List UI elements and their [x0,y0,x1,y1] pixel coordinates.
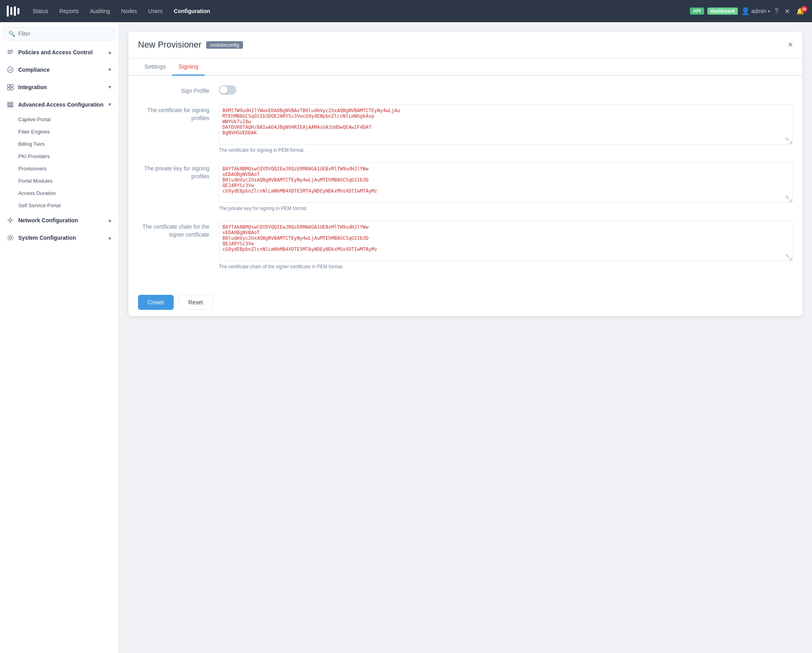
svg-rect-4 [8,84,10,87]
admin-label: admin [751,8,766,14]
sidebar-item-policies[interactable]: Policies and Access Control ▲ [0,44,119,61]
private-key-hint: The private key for signing in PEM forma… [219,206,793,211]
cert-chain-label: The certificate chain for thesigner cert… [138,221,209,239]
cert-chain-textarea[interactable]: BAYTAkNBMQswCQYDVQQIEwJRQzERMA8GA1UEBxMl… [219,221,793,261]
advanced-chevron: ▼ [107,102,112,107]
sidebar-item-compliance[interactable]: Compliance ▼ [0,61,119,78]
svg-rect-1 [8,52,13,52]
toggle-knob [220,86,228,94]
sidebar-item-policies-left: Policies and Access Control [6,48,93,56]
sidebar-sub-billing-tiers[interactable]: Billing Tiers [18,138,119,150]
sidebar-item-compliance-label: Compliance [18,67,50,73]
private-key-control: BAYTAkNBMQswCQYDVQQIEwJRQzERMA8GA1UEBxMl… [219,162,793,211]
svg-rect-10 [8,106,13,107]
tab-signing[interactable]: Signing [172,58,205,76]
nav-auditing[interactable]: Auditing [85,8,115,14]
svg-point-12 [9,237,11,239]
main-layout: 🔍 Policies and Access Control ▲ [0,22,812,653]
private-key-edit-icon: ✎ [785,195,790,201]
logo [6,6,20,17]
sidebar-sub-portal-modules[interactable]: Portal Modules [18,175,119,187]
action-buttons: Create Reset [128,288,802,316]
textarea-edit-icon: ✎ [785,136,790,143]
network-chevron: ▲ [107,218,112,223]
svg-rect-2 [8,53,11,54]
policies-icon [6,48,14,56]
dashboard-badge[interactable]: dashboard [707,8,738,15]
nav-nodes[interactable]: Nodes [116,8,142,14]
sidebar: 🔍 Policies and Access Control ▲ [0,22,119,653]
sidebar-item-integration-left: Integration [6,83,47,91]
tab-bar: Settings Signing [128,58,802,76]
logo-bar-2 [10,7,12,15]
advanced-sub-menu: Captive Portal Filter Engines Billing Ti… [0,113,119,212]
cert-chain-edit-icon: ✎ [785,253,790,259]
sidebar-item-network-label: Network Configuration [18,217,78,223]
sidebar-search[interactable]: 🔍 [3,27,115,40]
nav-configuration[interactable]: Configuration [169,8,215,14]
compliance-icon [6,66,14,74]
policies-chevron: ▲ [107,50,112,55]
svg-rect-0 [8,50,13,51]
nav-status[interactable]: Status [28,8,53,14]
sidebar-sub-access-duration[interactable]: Access Duration [18,187,119,199]
svg-rect-7 [11,88,13,90]
create-button[interactable]: Create [138,295,174,310]
sidebar-item-advanced[interactable]: Advanced Access Configuration ▼ [0,96,119,113]
help-icon[interactable]: ? [773,6,780,16]
signing-tab-content: Sign Profile The certificate for signing… [128,76,802,288]
panel-title-text: New Provisioner [138,40,201,50]
sign-profile-toggle[interactable] [219,85,236,95]
filter-input[interactable] [18,31,110,37]
system-chevron: ▲ [107,235,112,241]
sidebar-item-advanced-label: Advanced Access Configuration [18,101,103,108]
user-icon: 👤 [741,7,750,15]
nav-users[interactable]: Users [144,8,168,14]
panel-header: New Provisioner mobileconfig × [128,32,802,58]
cert-signing-textarea[interactable]: BXMlTW9udHJlYWwxEDAOBgNVBAoTB0ludmVyc2Ux… [219,104,793,145]
sidebar-sub-pki-providers[interactable]: PKI Providers [18,150,119,162]
cert-chain-hint: The certificate chain of the signer cert… [219,264,793,269]
logo-bar-1 [7,6,9,17]
cert-chain-row: The certificate chain for thesigner cert… [138,221,793,269]
logo-bar-4 [17,8,19,14]
private-key-label: The private key for signingprofiles [138,162,209,180]
panel-title: New Provisioner mobileconfig [138,40,243,50]
sidebar-sub-filter-engines[interactable]: Filter Engines [18,126,119,138]
cert-signing-row: The certificate for signingprofiles BXMl… [138,104,793,153]
topnav-right: API dashboard 👤 admin ▾ ? ✕ 🔔 16 [690,6,806,17]
sidebar-item-compliance-left: Compliance [6,66,50,74]
new-provisioner-panel: New Provisioner mobileconfig × Settings … [128,32,802,316]
svg-rect-6 [8,88,10,90]
integration-chevron: ▼ [107,84,112,90]
sidebar-sub-provisioners[interactable]: Provisioners [18,162,119,175]
svg-rect-8 [8,102,13,103]
advanced-icon [6,101,14,109]
tools-icon[interactable]: ✕ [783,6,791,17]
sign-profile-label: Sign Profile [138,85,209,94]
sidebar-sub-self-service[interactable]: Self Service Portal [18,199,119,212]
sidebar-item-network[interactable]: Network Configuration ▲ [0,212,119,229]
cert-chain-textarea-wrap: BAYTAkNBMQswCQYDVQQIEwJRQzERMA8GA1UEBxMl… [219,221,793,262]
nav-reports[interactable]: Reports [55,8,84,14]
sidebar-item-network-left: Network Configuration [6,216,78,224]
sidebar-item-system-label: System Configuration [18,235,76,241]
private-key-textarea[interactable]: BAYTAkNBMQswCQYDVQQIEwJRQzERMA8GA1UEBxMl… [219,162,793,203]
notifications[interactable]: 🔔 16 [795,8,806,15]
system-icon [6,234,14,242]
tab-settings[interactable]: Settings [138,58,172,76]
close-button[interactable]: × [788,40,793,50]
sidebar-sub-captive-portal[interactable]: Captive Portal [18,113,119,126]
api-badge[interactable]: API [690,8,704,15]
reset-button[interactable]: Reset [178,295,213,310]
svg-rect-9 [8,104,13,105]
sign-profile-row: Sign Profile [138,85,793,95]
user-menu[interactable]: 👤 admin ▾ [741,7,770,15]
sidebar-item-integration[interactable]: Integration ▼ [0,78,119,96]
top-navigation: Status Reports Auditing Nodes Users Conf… [0,0,812,22]
network-icon [6,216,14,224]
chevron-down-icon: ▾ [768,9,770,13]
cert-signing-control: BXMlTW9udHJlYWwxEDAOBgNVBAoTB0ludmVyc2Ux… [219,104,793,153]
sidebar-item-system[interactable]: System Configuration ▲ [0,229,119,246]
compliance-chevron: ▼ [107,67,112,73]
